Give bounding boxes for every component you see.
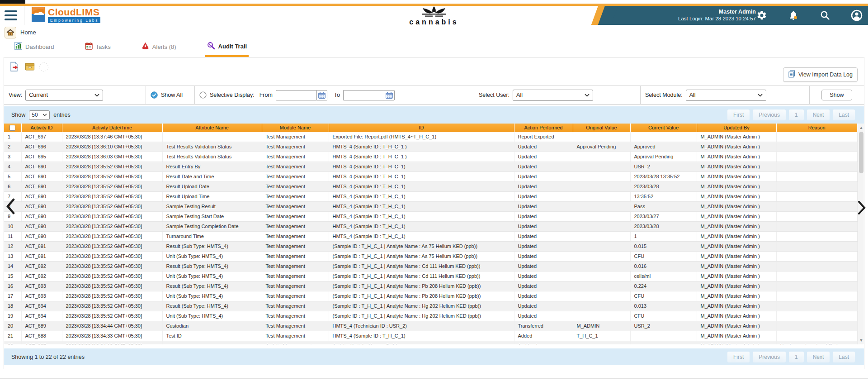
scroll-down-icon[interactable]: ▼ [858,337,864,343]
table-cell: Activity Management [262,341,329,344]
table-row[interactable]: 18ACT_6942023/03/28 [13:35:52 GMT+05:30]… [4,301,858,311]
pagination-top: First Previous 1 Next Last [727,110,857,120]
table-row[interactable]: 10ACT_6902023/03/28 [13:35:52 GMT+05:30]… [4,221,858,231]
table-row[interactable]: 12ACT_6912023/03/28 [13:35:52 GMT+05:30]… [4,241,858,251]
show-all-radio[interactable] [151,91,158,99]
table-row[interactable]: 3ACT_6952023/03/28 [13:36:03 GMT+05:30]T… [4,152,858,162]
table-row[interactable]: 7ACT_6902023/03/28 [13:35:52 GMT+05:30]R… [4,191,858,201]
next-page-button[interactable]: Next [807,110,830,120]
search-icon[interactable] [819,10,831,21]
table-row[interactable]: 6ACT_6902023/03/28 [13:35:52 GMT+05:30]R… [4,181,858,191]
table-row[interactable]: 2ACT_6962023/03/28 [13:36:10 GMT+05:30]T… [4,142,858,152]
table-row[interactable]: 5ACT_6902023/03/28 [13:35:52 GMT+05:30]R… [4,172,858,181]
table-cell: 2023/03/28 [13:35:52 GMT+05:30] [62,191,162,201]
table-cell: Unit (Sub Type: HMTS_4) [162,311,262,321]
export-file-icon[interactable] [9,61,20,73]
table-row[interactable]: 4ACT_6902023/03/28 [13:35:52 GMT+05:30]R… [4,162,858,172]
select-user-select[interactable]: All [513,90,593,101]
table-cell [776,152,858,162]
table-cell: 2023/03/28 [13:35:52 GMT+05:30] [62,162,162,172]
column-header-module-name[interactable]: Module Name [262,124,329,132]
table-cell: 2023/03/27 [630,211,697,221]
table-cell: HMTS_4 (Sample ID : T_H_C_1) [329,221,514,231]
from-date-input[interactable] [276,90,316,100]
archive-icon[interactable] [24,61,36,73]
table-row[interactable]: 20ACT_6892023/03/28 [13:34:44 GMT+05:30]… [4,321,858,331]
page-size-select[interactable]: 50 [29,110,50,120]
column-header-current-value[interactable]: Current Value [630,124,697,132]
table-row[interactable]: 16ACT_6932023/03/28 [13:35:52 GMT+05:30]… [4,281,858,291]
table-cell [776,191,858,201]
documents-icon [788,70,796,79]
column-header-reason[interactable]: Reason [776,124,858,132]
table-cell: 2023/03/28 [13:35:52 GMT+05:30] [62,271,162,281]
tab-bar: Dashboard Tasks Alerts (8) Audit Trail [0,41,868,57]
to-date-input[interactable] [343,90,384,100]
table-row[interactable]: 19ACT_6942023/03/28 [13:35:52 GMT+05:30]… [4,311,858,321]
table-row[interactable]: 15ACT_6922023/03/28 [13:35:52 GMT+05:30]… [4,271,858,281]
select-module-select[interactable]: All [686,90,766,101]
table-cell: M_ADMIN (Master Admin ) [697,211,776,221]
audit-trail-panel: View Import Data Log View: Current Show … [4,57,864,369]
menu-icon[interactable] [5,10,17,20]
column-header-action-performed[interactable]: Action Performed [514,124,573,132]
tab-audit-trail[interactable]: Audit Trail [205,42,249,57]
table-row[interactable]: 14ACT_6922023/03/28 [13:35:52 GMT+05:30]… [4,261,858,271]
table-row[interactable]: 11ACT_6902023/03/28 [13:35:52 GMT+05:30]… [4,231,858,241]
show-button[interactable]: Show [821,90,852,100]
table-cell: Updated [514,172,573,181]
tab-tasks[interactable]: Tasks [83,42,113,57]
scroll-up-icon[interactable]: ▲ [858,124,864,131]
column-header-attribute-name[interactable]: Attribute Name [162,124,262,132]
scrollbar-thumb[interactable] [859,132,863,173]
tab-dashboard[interactable]: Dashboard [13,42,56,57]
brand-logo[interactable]: CloudLIMS Empowering Labs [32,7,100,24]
first-page-button[interactable]: First [727,352,750,362]
table-row[interactable]: 21ACT_6882023/03/28 [13:34:33 GMT+05:30]… [4,331,858,341]
table-row[interactable]: 8ACT_6902023/03/28 [13:35:52 GMT+05:30]S… [4,201,858,211]
table-cell: ACT_689 [21,321,62,331]
select-user-value: All [516,92,523,98]
previous-page-button[interactable]: Previous [753,110,786,120]
previous-page-button[interactable]: Previous [753,352,786,362]
table-cell: 2023/03/28 [13:35:52 GMT+05:30] [62,241,162,251]
column-header-id[interactable]: ID [329,124,514,132]
table-cell: ACT_690 [21,221,62,231]
view-import-data-log-button[interactable]: View Import Data Log [783,67,858,82]
view-select[interactable]: Current [25,90,103,101]
last-page-button[interactable]: Last [833,352,855,362]
column-header-activity-date-time[interactable]: Activity Date/Time [62,124,162,132]
column-header-updated-by[interactable]: Updated By [697,124,776,132]
first-page-button[interactable]: First [727,110,750,120]
settings-icon[interactable] [756,10,768,21]
to-calendar-icon[interactable] [384,90,395,100]
page-number-button[interactable]: 1 [789,110,804,120]
scroll-left-icon[interactable] [5,198,15,216]
from-calendar-icon[interactable] [316,90,327,100]
next-page-button[interactable]: Next [807,352,830,362]
table-footer: Showing 1 to 22 of 22 entries First Prev… [4,348,864,365]
client-logo: cannabis [405,6,463,26]
tab-alerts[interactable]: Alerts (8) [140,42,178,57]
breadcrumb-home-label[interactable]: Home [20,29,36,36]
table-cell: M_ADMIN (Master Admin ) [697,241,776,251]
account-icon[interactable] [851,10,863,21]
table-row[interactable]: 9ACT_6902023/03/28 [13:35:52 GMT+05:30]S… [4,211,858,221]
table-row[interactable]: 13ACT_6912023/03/28 [13:35:52 GMT+05:30]… [4,251,858,261]
scroll-right-icon[interactable] [857,201,866,216]
column-header-activity-id[interactable]: Activity ID [21,124,62,132]
table-row[interactable]: 17ACT_6932023/03/28 [13:35:52 GMT+05:30]… [4,291,858,301]
select-all-checkbox[interactable] [9,125,15,131]
table-row[interactable]: 1ACT_6972023/03/28 [13:37:46 GMT+05:30]T… [4,132,858,142]
table-cell: Approved [630,142,697,152]
select-module-label: Select Module: [645,92,683,98]
column-header-original-value[interactable]: Original Value [573,124,630,132]
notifications-icon[interactable] [788,10,799,21]
table-cell: HMTS_4 (Sample ID : T_H_C_1) [329,331,514,341]
table-row[interactable]: 22ACT_6872023/03/28 [13:34:13 GMT+05:30]… [4,341,858,344]
selective-display-radio[interactable] [199,91,207,99]
page-number-button[interactable]: 1 [789,352,804,362]
home-icon[interactable] [5,27,16,38]
vertical-scrollbar[interactable]: ▲ ▼ [858,124,864,344]
last-page-button[interactable]: Last [833,110,855,120]
